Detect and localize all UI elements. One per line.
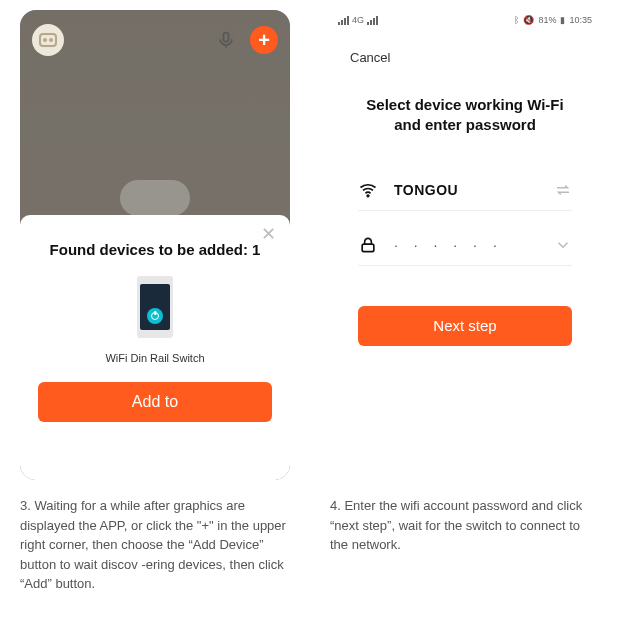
signal-icon-2: [367, 16, 378, 25]
phone-screen-wifi: 4G ᛒ 🔇 81% ▮ 10:35 Cancel Select device …: [330, 10, 600, 480]
wifi-ssid-value: TONGOU: [394, 182, 554, 198]
found-devices-sheet: ✕ Found devices to be added: 1 WiFi Din …: [20, 215, 290, 480]
instruction-step-3: 3. Waiting for a while after graphics ar…: [20, 496, 290, 594]
wifi-setup-title: Select device working Wi-Fi and enter pa…: [330, 95, 600, 136]
mic-icon[interactable]: [216, 30, 236, 50]
battery-icon: ▮: [560, 15, 565, 25]
instruction-step-4: 4. Enter the wifi account password and c…: [330, 496, 600, 555]
wifi-icon: [358, 180, 378, 200]
mute-icon: 🔇: [523, 15, 534, 25]
signal-icon: [338, 16, 349, 25]
lock-icon: [358, 235, 378, 255]
svg-rect-3: [362, 244, 374, 252]
network-type: 4G: [352, 15, 364, 25]
add-to-button[interactable]: Add to: [38, 382, 272, 422]
device-thumbnail[interactable]: [136, 276, 174, 338]
cloud-decoration: [120, 180, 190, 216]
wifi-password-mask: · · · · · ·: [394, 237, 554, 253]
status-bar: 4G ᛒ 🔇 81% ▮ 10:35: [330, 10, 600, 30]
wifi-ssid-row[interactable]: TONGOU: [358, 180, 572, 211]
battery-label: 81%: [538, 15, 556, 25]
close-icon[interactable]: ✕: [261, 223, 276, 245]
clock-label: 10:35: [569, 15, 592, 25]
robot-icon: [39, 33, 57, 47]
wifi-password-row[interactable]: · · · · · ·: [358, 235, 572, 266]
svg-point-2: [367, 195, 369, 197]
add-device-plus-button[interactable]: +: [250, 26, 278, 54]
svg-rect-0: [224, 33, 229, 42]
next-step-button[interactable]: Next step: [358, 306, 572, 346]
bluetooth-icon: ᛒ: [514, 15, 519, 25]
swap-icon[interactable]: [554, 181, 572, 199]
chevron-down-icon[interactable]: [554, 236, 572, 254]
cancel-button[interactable]: Cancel: [330, 30, 600, 65]
phone-screen-discovery: + ✕ Found devices to be added: 1 WiFi Di…: [20, 10, 290, 480]
app-top-bar: +: [20, 20, 290, 60]
device-name-label: WiFi Din Rail Switch: [105, 352, 204, 364]
sheet-title: Found devices to be added: 1: [50, 241, 261, 258]
avatar[interactable]: [32, 24, 64, 56]
